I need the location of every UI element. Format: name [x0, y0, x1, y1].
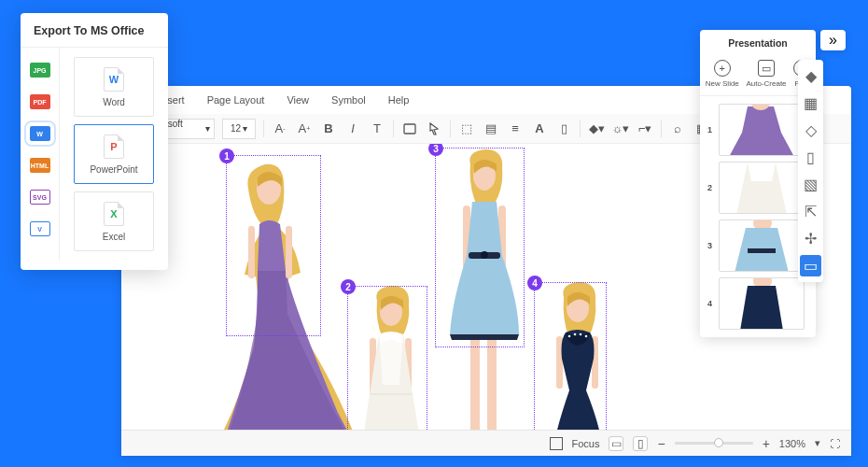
fit-icon[interactable]: ⛶: [830, 438, 840, 449]
selection-2[interactable]: 2: [347, 286, 427, 430]
presentation-title: Presentation: [700, 30, 816, 56]
font-larger-icon[interactable]: A+: [296, 120, 313, 137]
format-word[interactable]: W: [30, 126, 50, 141]
align-icon[interactable]: ▯: [555, 120, 572, 137]
layers-icon[interactable]: ◇: [800, 120, 821, 141]
slide-number: 2: [707, 183, 713, 192]
format-pdf[interactable]: PDF: [30, 94, 50, 109]
right-rail: ◆ ▦ ◇ ▯ ▧ ⇱ ✢ ▭: [798, 60, 823, 282]
font-size-select[interactable]: 12▾: [222, 119, 256, 139]
export-option-label: PowerPoint: [90, 164, 137, 175]
svg-rect-0: [404, 124, 415, 134]
selection-4[interactable]: 4: [534, 282, 607, 430]
image-tool-icon[interactable]: ▧: [800, 174, 821, 195]
export-option-label: Excel: [103, 232, 125, 242]
new-slide-label: New Slide: [706, 79, 739, 88]
menu-item-help[interactable]: Help: [388, 94, 410, 106]
slide-item[interactable]: 3: [707, 219, 808, 272]
menu-item-symbol[interactable]: Symbol: [331, 94, 366, 106]
view-mode-2[interactable]: ▯: [633, 436, 648, 451]
font-size: 12: [231, 123, 241, 134]
new-slide-button[interactable]: +New Slide: [706, 60, 739, 88]
slide-thumb-4: [719, 277, 805, 330]
apps-icon[interactable]: ▦: [800, 92, 821, 114]
fill-color-icon[interactable]: ◆▾: [588, 120, 605, 137]
auto-create-button[interactable]: ▭Auto-Create: [746, 60, 786, 88]
presentation-tool-icon[interactable]: ▭: [800, 255, 821, 276]
slide-item[interactable]: 2: [707, 162, 808, 214]
slide-number: 3: [707, 241, 713, 250]
svg-rect-25: [748, 248, 776, 253]
export-panel: Export To MS Office JPG PDF W HTML SVG V…: [21, 13, 168, 270]
image-icon[interactable]: ▤: [483, 120, 499, 137]
zoom-dropdown-icon[interactable]: ▾: [815, 437, 820, 449]
selection-badge: 3: [428, 144, 443, 156]
format-svg[interactable]: SVG: [30, 190, 50, 205]
slide-item[interactable]: 4: [707, 277, 808, 330]
slide-thumb-1: [719, 104, 805, 156]
thickness-icon[interactable]: ≡: [507, 120, 524, 137]
rect-shape-icon[interactable]: [401, 120, 418, 137]
export-option-word[interactable]: W Word: [74, 57, 154, 117]
zoom-in[interactable]: +: [763, 436, 770, 451]
crop-icon[interactable]: ⌐▾: [637, 120, 653, 137]
search-icon[interactable]: ⌕: [669, 120, 686, 137]
selection-badge: 1: [219, 149, 234, 163]
export-title: Export To MS Office: [21, 13, 168, 48]
zoom-out[interactable]: −: [657, 436, 665, 451]
slide-item[interactable]: 1: [707, 104, 808, 156]
expand-icon[interactable]: ✢: [800, 228, 821, 249]
selection-3[interactable]: 3: [435, 148, 525, 347]
format-visio[interactable]: V: [30, 221, 50, 236]
selection-1[interactable]: 1: [226, 155, 321, 336]
font-smaller-icon[interactable]: A-: [272, 120, 288, 137]
export-format-rail: JPG PDF W HTML SVG V: [21, 48, 60, 261]
export-option-label: Word: [103, 97, 125, 107]
slide-thumb-3: [719, 219, 805, 272]
view-mode-1[interactable]: ▭: [609, 436, 623, 451]
text-a-icon[interactable]: A: [531, 120, 548, 137]
layer-icon[interactable]: ⬚: [458, 120, 475, 137]
export-tool-icon[interactable]: ⇱: [800, 201, 821, 222]
menu-item-view[interactable]: View: [287, 94, 309, 106]
pointer-icon[interactable]: [426, 120, 442, 137]
export-option-excel[interactable]: X Excel: [74, 191, 154, 251]
focus-icon[interactable]: [550, 437, 563, 450]
italic-icon[interactable]: I: [344, 120, 361, 137]
status-bar: Focus ▭ ▯ − + 130% ▾ ⛶: [121, 430, 851, 456]
selection-badge: 2: [341, 279, 356, 294]
format-html[interactable]: HTML: [30, 158, 50, 173]
slide-thumb-2: [719, 162, 805, 214]
slide-number: 4: [707, 299, 713, 308]
zoom-slider[interactable]: [675, 442, 753, 445]
collapse-panel-icon[interactable]: »: [820, 30, 846, 50]
selection-badge: 4: [527, 276, 542, 290]
bold-icon[interactable]: B: [320, 120, 337, 137]
page-icon[interactable]: ▯: [800, 147, 821, 168]
format-jpg[interactable]: JPG: [30, 63, 50, 78]
menu-item-page-layout[interactable]: Page Layout: [207, 94, 265, 106]
zoom-value: 130%: [779, 438, 805, 449]
sun-icon[interactable]: ☼▾: [612, 120, 629, 137]
focus-label[interactable]: Focus: [572, 438, 600, 449]
export-options: W Word P PowerPoint X Excel: [60, 48, 168, 261]
slide-number: 1: [707, 125, 713, 134]
fill-tool-icon[interactable]: ◆: [800, 65, 821, 87]
export-option-powerpoint[interactable]: P PowerPoint: [74, 124, 154, 184]
auto-create-label: Auto-Create: [746, 79, 786, 88]
text-icon[interactable]: T: [369, 120, 385, 137]
